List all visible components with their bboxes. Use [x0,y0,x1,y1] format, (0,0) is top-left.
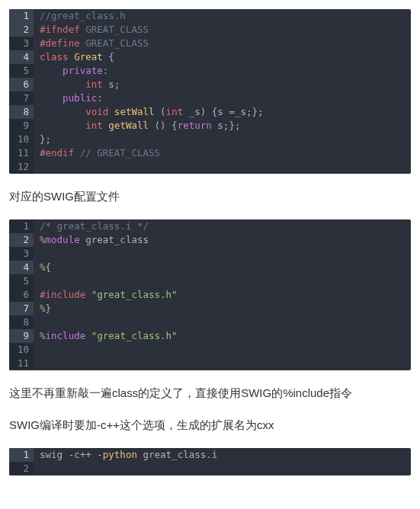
code-line: 6 int s; [9,78,411,91]
code-line: 12 [9,160,411,174]
code-line: 11#endif // GREAT_CLASS [9,146,411,160]
code-line: 3 [9,247,411,261]
line-number: 8 [9,315,34,329]
code-source: %{ [34,261,51,274]
code-block-great-class-h: 1//great_class.h2#ifndef GREAT_CLASS3#de… [9,9,411,174]
code-source: %module great_class [34,233,149,247]
code-line: 11 [9,357,411,370]
code-source: %include "great_class.h" [34,329,178,343]
code-line: 2%module great_class [9,233,411,247]
code-source: class Great { [34,50,114,64]
code-line: 10 [9,343,411,357]
code-line: 10}; [9,133,411,146]
code-source: #include "great_class.h" [34,288,178,302]
code-line: 2 [9,462,411,475]
line-number: 7 [9,91,34,105]
code-source: public: [34,91,103,105]
code-source: swig -c++ -python great_class.i [34,448,217,462]
code-source [34,160,40,174]
code-line: 5 [9,274,411,288]
line-number: 1 [9,9,34,23]
line-number: 10 [9,133,34,146]
code-line: 4class Great { [9,50,411,64]
code-source: #define GREAT_CLASS [34,37,149,50]
line-number: 11 [9,357,34,370]
line-number: 9 [9,119,34,133]
line-number: 1 [9,219,34,233]
code-source: %} [34,302,51,315]
code-line: 3#define GREAT_CLASS [9,37,411,50]
line-number: 2 [9,233,34,247]
paragraph-swig-option: SWIG编译时要加-c++这个选项，生成的扩展名为cxx [9,416,411,434]
code-line: 9 int getWall () {return s;}; [9,119,411,133]
line-number: 12 [9,160,34,174]
code-source [34,274,40,288]
line-number: 3 [9,37,34,50]
code-line: 5 private: [9,64,411,78]
code-source: private: [34,64,108,78]
line-number: 6 [9,288,34,302]
line-number: 6 [9,78,34,91]
code-block-great-class-i: 1/* great_class.i */2%module great_class… [9,219,411,370]
code-source: }; [34,133,51,146]
code-source [34,357,40,370]
code-line: 2#ifndef GREAT_CLASS [9,23,411,37]
paragraph-include-directive: 这里不再重新敲一遍class的定义了，直接使用SWIG的%include指令 [9,384,411,402]
line-number: 9 [9,329,34,343]
line-number: 7 [9,302,34,315]
line-number: 1 [9,448,34,462]
code-source: //great_class.h [34,9,126,23]
code-line: 6#include "great_class.h" [9,288,411,302]
code-line: 1swig -c++ -python great_class.i [9,448,411,462]
line-number: 4 [9,261,34,274]
code-source [34,343,40,357]
code-source: void setWall (int _s) {s =_s;}; [34,105,264,119]
code-line: 8 [9,315,411,329]
code-source: #ifndef GREAT_CLASS [34,23,149,37]
code-source [34,315,40,329]
line-number: 5 [9,64,34,78]
line-number: 3 [9,247,34,261]
line-number: 10 [9,343,34,357]
code-line: 1//great_class.h [9,9,411,23]
line-number: 5 [9,274,34,288]
code-line: 7 public: [9,91,411,105]
line-number: 4 [9,50,34,64]
code-block-swig-command: 1swig -c++ -python great_class.i2 [9,448,411,475]
code-line: 8 void setWall (int _s) {s =_s;}; [9,105,411,119]
line-number: 8 [9,105,34,119]
code-source: int getWall () {return s;}; [34,119,240,133]
code-source [34,462,40,475]
code-line: 7%} [9,302,411,315]
line-number: 2 [9,23,34,37]
code-source [34,247,40,261]
code-line: 4%{ [9,261,411,274]
code-source: #endif // GREAT_CLASS [34,146,160,160]
line-number: 11 [9,146,34,160]
code-source: int s; [34,78,120,91]
code-line: 9%include "great_class.h" [9,329,411,343]
paragraph-swig-config: 对应的SWIG配置文件 [9,187,411,206]
code-source: /* great_class.i */ [34,219,149,233]
line-number: 2 [9,462,34,475]
code-line: 1/* great_class.i */ [9,219,411,233]
